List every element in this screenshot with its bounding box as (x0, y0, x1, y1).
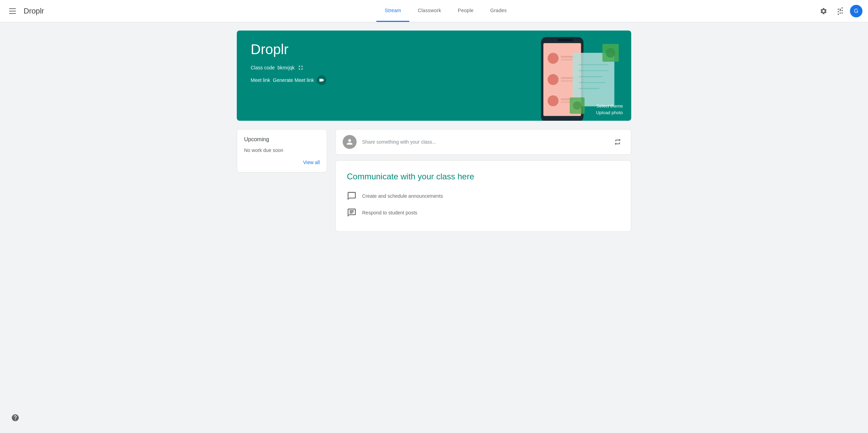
expand-svg (298, 65, 304, 71)
svg-point-3 (548, 53, 559, 64)
announcement-icon (347, 191, 357, 201)
no-work-text: No work due soon (244, 147, 320, 154)
upload-photo-button[interactable]: Upload photo (596, 110, 623, 115)
header-right: G (817, 4, 862, 18)
communicate-item-student-posts: Respond to student posts (347, 208, 620, 218)
tab-stream[interactable]: Stream (376, 0, 409, 22)
tab-grades[interactable]: Grades (482, 0, 515, 22)
svg-point-4 (548, 74, 559, 85)
communicate-items: Create and schedule announcements Respon… (347, 191, 620, 218)
hamburger-line-2 (9, 11, 16, 11)
svg-point-5 (548, 95, 559, 107)
header: Droplr Stream Classwork People Grades G (0, 0, 868, 22)
student-posts-icon (347, 208, 357, 218)
hamburger-line-1 (9, 8, 16, 9)
theme-controls: Select theme Upload photo (596, 103, 623, 115)
avatar[interactable]: G (850, 5, 862, 17)
hamburger-menu-button[interactable] (6, 4, 19, 18)
announcement-label: Create and schedule announcements (362, 193, 443, 199)
svg-point-19 (573, 101, 581, 110)
header-left: Droplr (6, 4, 75, 18)
help-button[interactable] (8, 411, 22, 425)
share-box: Share something with your class... (335, 129, 631, 155)
settings-button[interactable] (817, 4, 831, 18)
user-avatar-icon (345, 138, 354, 146)
select-theme-button[interactable]: Select theme (596, 103, 623, 109)
share-avatar (343, 135, 357, 149)
stream-main: Share something with your class... Commu… (335, 129, 631, 232)
view-all-button[interactable]: View all (300, 158, 323, 167)
repost-icon-svg (614, 138, 621, 146)
gear-icon (820, 7, 827, 15)
expand-icon[interactable] (297, 64, 304, 71)
meet-icon[interactable] (317, 75, 326, 85)
share-placeholder[interactable]: Share something with your class... (362, 139, 606, 145)
sidebar: Upcoming No work due soon View all (237, 129, 327, 172)
upcoming-title: Upcoming (244, 136, 320, 143)
main-content: Droplr Class code bkmrjqk Meet link Gene… (226, 22, 642, 240)
repost-button[interactable] (611, 136, 624, 148)
meet-camera-icon (319, 77, 324, 83)
tab-classwork[interactable]: Classwork (409, 0, 449, 22)
svg-point-21 (606, 48, 615, 58)
student-posts-label: Respond to student posts (362, 210, 417, 215)
hero-banner: Droplr Class code bkmrjqk Meet link Gene… (237, 31, 631, 121)
communicate-card: Communicate with your class here Create … (335, 160, 631, 232)
upcoming-card: Upcoming No work due soon View all (237, 129, 327, 172)
apps-button[interactable] (833, 4, 847, 18)
generate-meet-link[interactable]: Generate Meet link (273, 77, 314, 83)
body-layout: Upcoming No work due soon View all Share… (237, 129, 631, 232)
tab-people[interactable]: People (450, 0, 482, 22)
hamburger-line-3 (9, 13, 16, 14)
app-title: Droplr (24, 7, 44, 16)
communicate-title: Communicate with your class here (347, 172, 620, 181)
class-code-value: bkmrjqk (277, 65, 294, 70)
header-nav: Stream Classwork People Grades (75, 0, 817, 22)
class-code-label: Class code (251, 65, 275, 70)
help-icon (11, 414, 19, 422)
communicate-item-announcements: Create and schedule announcements (347, 191, 620, 201)
grid-icon (836, 7, 844, 15)
meet-link-label: Meet link (251, 77, 270, 83)
